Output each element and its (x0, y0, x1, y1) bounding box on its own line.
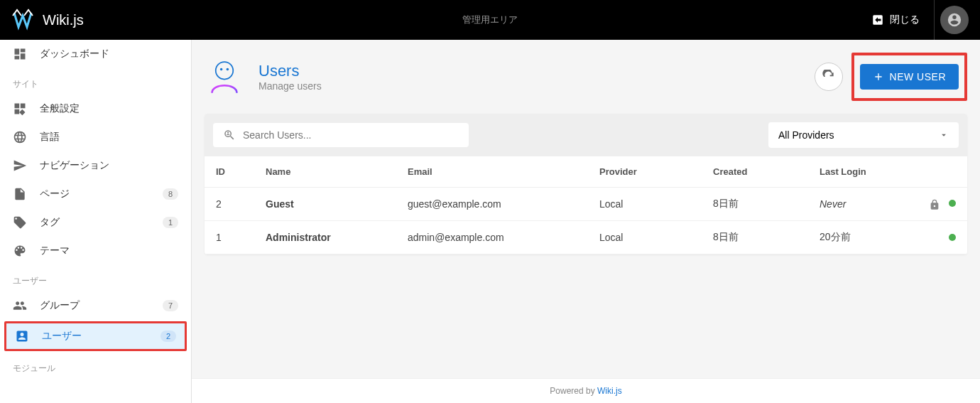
footer-link[interactable]: Wiki.js (597, 386, 622, 396)
sidebar-badge: 8 (163, 188, 178, 200)
page-icon (13, 187, 27, 201)
users-card: All Providers ID Name Email Provider Cre… (205, 114, 967, 254)
cell-provider: Local (588, 221, 702, 254)
new-user-label: NEW USER (890, 71, 946, 82)
page-title: Users (258, 62, 800, 80)
exit-icon (871, 14, 884, 26)
svg-point-2 (227, 68, 229, 71)
main-content: Users Manage users NEW USER (192, 40, 980, 403)
header-left: Wiki.js (11, 9, 84, 31)
provider-label: All Providers (778, 129, 834, 141)
th-provider: Provider (588, 156, 702, 188)
sidebar: ダッシュボード サイト 全般設定 言語 ナビゲーション ページ 8 タグ 1 テ… (0, 40, 192, 403)
sidebar-item-label: 全般設定 (40, 102, 178, 115)
sidebar-badge: 7 (163, 300, 178, 311)
app-header: Wiki.js 管理用エリア 閉じる (0, 0, 980, 40)
svg-point-0 (216, 62, 234, 80)
cell-provider: Local (588, 188, 702, 221)
new-user-button[interactable]: NEW USER (860, 64, 959, 90)
status-dot-icon (949, 200, 956, 207)
cell-email: admin@example.com (396, 221, 588, 254)
sidebar-item-navigation[interactable]: ナビゲーション (0, 151, 191, 180)
page-titles: Users Manage users (258, 62, 800, 92)
sidebar-item-label: 言語 (40, 131, 178, 144)
refresh-icon (822, 70, 836, 84)
cell-email: guest@example.com (396, 188, 588, 221)
sidebar-item-label: ナビゲーション (40, 159, 178, 172)
cell-name: Administrator (254, 221, 396, 254)
sidebar-section-site: サイト (0, 68, 191, 95)
search-person-icon (223, 129, 236, 141)
page-actions: NEW USER (815, 53, 967, 101)
th-name: Name (254, 156, 396, 188)
sidebar-item-dashboard[interactable]: ダッシュボード (0, 40, 191, 68)
cell-created: 8日前 (702, 221, 808, 254)
svg-point-3 (227, 132, 229, 134)
sidebar-item-tags[interactable]: タグ 1 (0, 208, 191, 237)
provider-select[interactable]: All Providers (768, 122, 959, 148)
close-label: 閉じる (890, 14, 920, 26)
sidebar-item-users[interactable]: ユーザー 2 (6, 323, 185, 349)
header-right: 閉じる (863, 0, 969, 40)
navigation-icon (13, 158, 27, 173)
sidebar-item-label: ユーザー (42, 330, 148, 343)
table-row[interactable]: 2Guestguest@example.comLocal8日前Never (205, 188, 967, 221)
page-header: Users Manage users NEW USER (205, 53, 967, 101)
sidebar-section-modules: モジュール (0, 353, 191, 379)
filter-row: All Providers (205, 114, 967, 156)
globe-icon (13, 130, 27, 144)
cell-created: 8日前 (702, 188, 808, 221)
cell-id: 2 (205, 188, 254, 221)
cell-name: Guest (254, 188, 396, 221)
sidebar-item-pages[interactable]: ページ 8 (0, 180, 191, 208)
page-subtitle: Manage users (258, 80, 800, 92)
header-center-label: 管理用エリア (462, 14, 518, 26)
sidebar-badge: 2 (160, 331, 176, 342)
sidebar-item-language[interactable]: 言語 (0, 123, 191, 151)
palette-icon (13, 244, 27, 258)
widgets-icon (13, 102, 27, 116)
search-input[interactable] (243, 129, 459, 141)
groups-icon (13, 299, 27, 313)
sidebar-item-groups[interactable]: グループ 7 (0, 291, 191, 320)
svg-point-1 (220, 68, 223, 71)
new-user-highlight: NEW USER (851, 53, 967, 101)
tag-icon (13, 215, 27, 230)
dashboard-icon (13, 47, 27, 61)
app-logo-icon (11, 9, 34, 31)
users-table: ID Name Email Provider Created Last Logi… (205, 156, 967, 254)
th-id: ID (205, 156, 254, 188)
table-row[interactable]: 1Administratoradmin@example.comLocal8日前2… (205, 221, 967, 254)
cell-id: 1 (205, 221, 254, 254)
sidebar-item-label: テーマ (40, 245, 178, 257)
sidebar-item-label: ダッシュボード (40, 48, 178, 60)
cell-status (918, 221, 967, 254)
users-page-icon (205, 57, 244, 97)
cell-status (918, 188, 967, 221)
plus-icon (873, 71, 884, 82)
chevron-down-icon (939, 130, 949, 140)
sidebar-item-label: タグ (40, 216, 150, 229)
th-last-login: Last Login (808, 156, 918, 188)
footer: Powered by Wiki.js (192, 378, 980, 403)
account-button[interactable] (940, 6, 969, 34)
sidebar-item-label: グループ (40, 299, 150, 312)
lock-icon (929, 199, 940, 210)
search-box (213, 123, 469, 147)
sidebar-item-theme[interactable]: テーマ (0, 237, 191, 265)
sidebar-section-users: ユーザー (0, 265, 191, 291)
user-icon (15, 329, 29, 343)
footer-text: Powered by (550, 386, 597, 396)
close-button[interactable]: 閉じる (863, 8, 928, 32)
header-divider (934, 0, 935, 40)
account-icon (947, 12, 962, 28)
sidebar-item-users-highlight: ユーザー 2 (4, 321, 187, 351)
sidebar-item-label: ページ (40, 188, 150, 200)
app-brand: Wiki.js (43, 12, 84, 28)
sidebar-badge: 1 (163, 217, 178, 228)
th-created: Created (702, 156, 808, 188)
refresh-button[interactable] (815, 63, 843, 91)
th-email: Email (396, 156, 588, 188)
sidebar-item-general[interactable]: 全般設定 (0, 95, 191, 123)
status-dot-icon (949, 234, 956, 241)
